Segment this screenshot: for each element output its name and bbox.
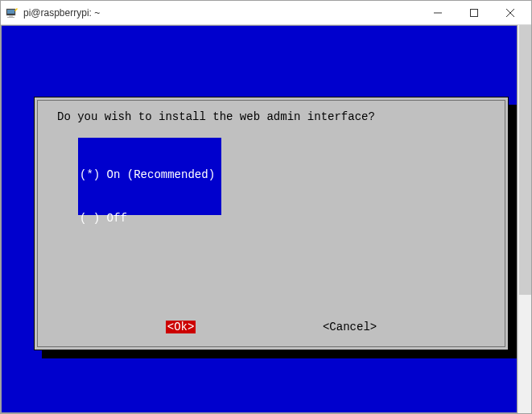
close-button[interactable] [492,1,528,24]
vertical-scrollbar[interactable] [518,25,531,413]
close-icon [506,9,514,17]
dialog-question: Do you wish to install the web admin int… [57,110,485,123]
svg-rect-5 [470,9,477,16]
client-area: Do you wish to install the web admin int… [1,25,531,413]
minimize-icon [434,9,442,17]
svg-rect-1 [7,10,14,14]
maximize-icon [470,9,478,17]
scrollbar-thumb[interactable] [519,25,531,295]
option-off[interactable]: ( ) Off [80,211,220,226]
dialog-buttons: <Ok> <Cancel> [38,321,505,333]
option-on[interactable]: (*) On (Recommended) [80,168,220,182]
svg-rect-2 [9,15,13,17]
cancel-button[interactable]: <Cancel> [323,321,377,333]
titlebar[interactable]: pi@raspberrypi: ~ [1,1,531,25]
ok-button[interactable]: <Ok> [166,321,196,333]
dialog-inner: Do you wish to install the web admin int… [37,100,505,347]
app-window: pi@raspberrypi: ~ Do you wish to install… [0,0,532,414]
terminal[interactable]: Do you wish to install the web admin int… [1,25,518,413]
window-controls [419,1,528,24]
minimize-button[interactable] [419,1,456,24]
svg-rect-3 [7,17,14,18]
maximize-button[interactable] [456,1,492,24]
window-title: pi@raspberrypi: ~ [23,7,419,19]
options-list[interactable]: (*) On (Recommended) ( ) Off [78,138,221,215]
config-dialog: Do you wish to install the web admin int… [34,97,509,350]
putty-icon [6,6,19,19]
